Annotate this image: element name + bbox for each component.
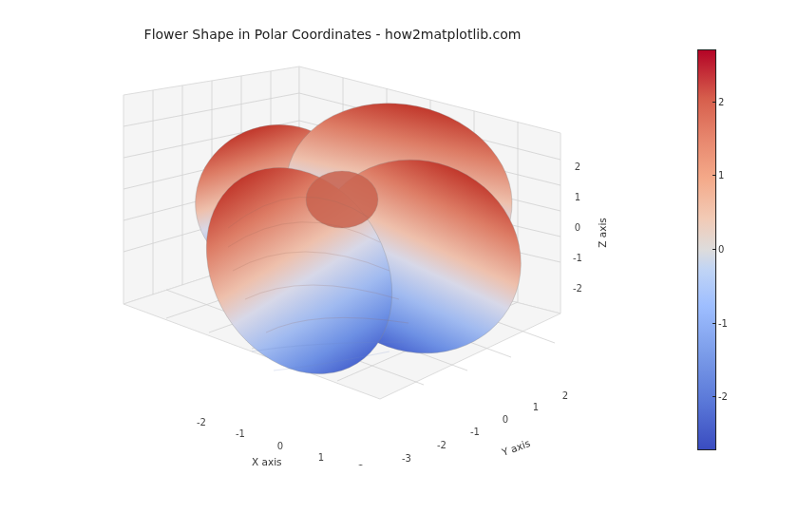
ytick: 1 [533,402,539,412]
colorbar-tick-mark [712,396,716,397]
axes-3d[interactable]: -2 -1 0 1 2 X axis -3 -2 -1 0 1 2 Y axis… [86,57,618,466]
chart-title: Flower Shape in Polar Coordinates - how2… [0,27,665,42]
colorbar-tick: 2 [718,96,724,106]
ztick: -2 [573,283,582,294]
xtick: 1 [318,452,324,463]
z-axis-label: Z axis [597,218,608,248]
xtick: 0 [277,441,283,451]
ytick: -3 [402,453,411,464]
colorbar-ticks: -2 -1 0 1 2 [718,49,741,448]
ztick: -1 [573,253,582,263]
ztick: 2 [575,162,580,172]
colorbar-tick-mark [712,102,716,103]
xtick: -2 [197,417,206,428]
colorbar-tick-mark [712,249,716,250]
colorbar-tick: -2 [718,391,728,402]
xtick: -1 [236,428,245,439]
xtick: 2 [358,464,364,466]
ytick: -1 [470,427,480,437]
ztick: 0 [575,222,580,233]
colorbar-tick: -1 [718,317,728,328]
figure: Flower Shape in Polar Coordinates - how2… [0,0,798,532]
colorbar-tick: 1 [718,170,724,180]
colorbar-tick-mark [712,175,716,176]
ztick: 1 [575,192,580,202]
colorbar-tick: 0 [718,244,724,255]
ytick: 2 [562,390,568,401]
colorbar-gradient [697,49,716,450]
ytick: 0 [503,414,508,425]
y-axis-label: Y axis [500,437,532,458]
colorbar-tick-mark [712,323,716,324]
svg-point-4 [306,171,378,228]
axes-svg: -2 -1 0 1 2 X axis -3 -2 -1 0 1 2 Y axis… [86,57,618,466]
x-axis-label: X axis [252,456,282,466]
ytick: -2 [437,440,446,450]
